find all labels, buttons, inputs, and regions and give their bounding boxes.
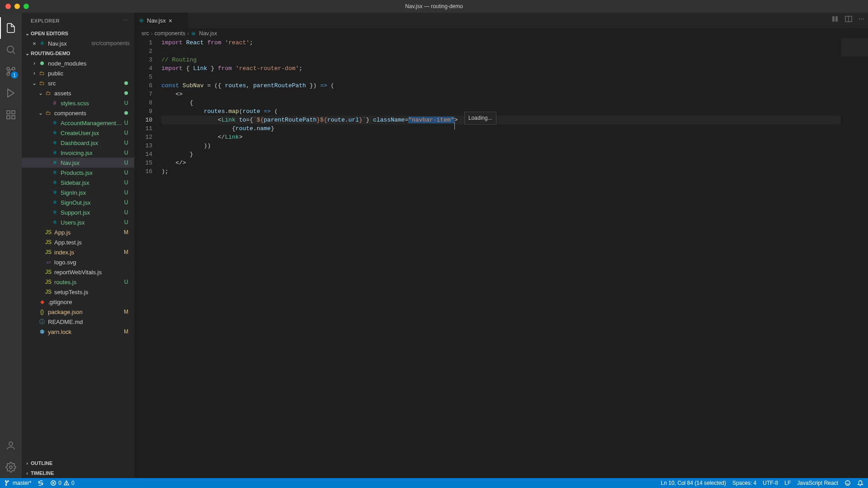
file-item[interactable]: JSApp.jsM xyxy=(22,227,134,237)
file-item[interactable]: ⚛AccountManagement.…U xyxy=(22,118,134,128)
file-item[interactable]: ⚛CreateUser.jsxU xyxy=(22,128,134,138)
file-item[interactable]: ◆.gitignore xyxy=(22,297,134,307)
file-item[interactable]: ⚛SignOut.jsxU xyxy=(22,197,134,207)
eol-status[interactable]: LF xyxy=(784,480,791,486)
file-item[interactable]: JSreportWebVitals.js xyxy=(22,267,134,277)
git-branch-status[interactable]: master* xyxy=(5,480,31,486)
explorer-more-icon[interactable]: ⋯ xyxy=(123,18,128,23)
svg-point-3 xyxy=(7,67,9,70)
file-item[interactable]: JSApp.test.js xyxy=(22,237,134,247)
chevron-down-icon: ⌄ xyxy=(24,31,31,37)
timeline-section[interactable]: › TIMELINE xyxy=(22,468,134,478)
breadcrumb-separator: › xyxy=(187,30,189,37)
file-item[interactable]: JSroutes.jsU xyxy=(22,277,134,287)
cursor-position-status[interactable]: Ln 10, Col 84 (14 selected) xyxy=(661,480,726,486)
code-line[interactable]: </> xyxy=(161,159,868,167)
code-line[interactable]: <> xyxy=(161,90,868,99)
file-item[interactable]: ⚛Support.jsxU xyxy=(22,207,134,217)
folder-item[interactable]: ⌄🗀components xyxy=(22,108,134,118)
breadcrumbs[interactable]: src › components › ⚛ Nav.jsx xyxy=(134,28,868,38)
chevron-right-icon: › xyxy=(31,70,38,76)
file-item[interactable]: ⚛Sidebar.jsxU xyxy=(22,178,134,188)
file-item[interactable]: {}package.jsonM xyxy=(22,307,134,317)
code-line[interactable]: // Routing xyxy=(161,56,868,64)
editor-tab[interactable]: ⚛ Nav.jsx × xyxy=(134,13,189,28)
git-status-badge: U xyxy=(123,140,130,146)
item-label: node_modules xyxy=(48,60,130,67)
file-item[interactable]: ⚛Dashboard.jsxU xyxy=(22,138,134,148)
file-item[interactable]: ⚛Products.jsxU xyxy=(22,168,134,178)
problems-status[interactable]: 0 0 xyxy=(50,480,74,486)
open-editor-path: src/components xyxy=(91,40,130,47)
code-line[interactable]: import { Link } from 'react-router-dom'; xyxy=(161,64,868,73)
file-item[interactable]: ⚛Nav.jsxU xyxy=(22,158,134,168)
file-icon: JS xyxy=(44,288,52,296)
git-status-badge: U xyxy=(123,169,130,176)
more-actions-icon[interactable]: ⋯ xyxy=(859,15,864,24)
code-line[interactable]: {route.name} xyxy=(161,124,868,133)
code-line[interactable]: { xyxy=(161,99,868,107)
debug-activity[interactable] xyxy=(0,82,22,104)
code-line[interactable]: ); xyxy=(161,167,868,176)
split-editor-icon[interactable] xyxy=(845,15,852,24)
file-item[interactable]: #styles.scssU xyxy=(22,98,134,108)
repo-section[interactable]: ⌄ ROUTING-DEMO xyxy=(22,48,134,58)
editor-area: ⚛ Nav.jsx × ⋯ src › components › ⚛ Nav.j… xyxy=(134,13,868,478)
file-item[interactable]: ⚛Users.jsxU xyxy=(22,217,134,227)
code-line[interactable]: </Link> xyxy=(161,133,868,141)
file-item[interactable]: ⚛SignIn.jsxU xyxy=(22,188,134,197)
scm-badge: 1 xyxy=(11,71,18,79)
sync-status[interactable] xyxy=(38,480,44,486)
compare-changes-icon[interactable] xyxy=(831,15,839,24)
line-number: 10 xyxy=(134,116,152,124)
line-number: 16 xyxy=(134,167,152,176)
breadcrumb-item[interactable]: components xyxy=(155,30,185,37)
minimap[interactable] xyxy=(841,38,868,478)
folder-item[interactable]: ›🗀public xyxy=(22,68,134,78)
code-editor[interactable]: 12345678910111213141516 import React fro… xyxy=(134,38,868,478)
minimize-window-button[interactable] xyxy=(14,4,20,9)
close-icon[interactable]: × xyxy=(31,40,38,47)
file-item[interactable]: ▱logo.svg xyxy=(22,257,134,267)
breadcrumb-item[interactable]: src xyxy=(142,30,149,37)
outline-section[interactable]: › OUTLINE xyxy=(22,458,134,468)
code-line[interactable]: routes.map(route => ( xyxy=(161,107,868,116)
code-content[interactable]: import React from 'react';// Routingimpo… xyxy=(161,38,868,478)
settings-activity[interactable] xyxy=(0,456,22,478)
close-tab-icon[interactable]: × xyxy=(169,17,172,24)
notifications-icon[interactable] xyxy=(857,480,863,486)
minimap-viewport[interactable] xyxy=(841,38,868,56)
code-line[interactable]: )) xyxy=(161,141,868,150)
open-editor-item[interactable]: × ⚛ Nav.jsx src/components xyxy=(22,38,134,48)
code-line[interactable]: const SubNav = ({ routes, parentRoutePat… xyxy=(161,81,868,90)
file-item[interactable]: JSindex.jsM xyxy=(22,247,134,257)
tab-label: Nav.jsx xyxy=(147,17,166,24)
accounts-activity[interactable] xyxy=(0,435,22,456)
file-item[interactable]: ⚛Invoicing.jsxU xyxy=(22,148,134,158)
code-line[interactable]: import React from 'react'; xyxy=(161,38,868,47)
feedback-icon[interactable] xyxy=(844,480,851,486)
search-activity[interactable] xyxy=(0,39,22,61)
scm-activity[interactable]: 1 xyxy=(0,61,22,82)
folder-item[interactable]: ⌄🗀assets xyxy=(22,88,134,98)
code-line[interactable] xyxy=(161,47,868,56)
folder-item[interactable]: ⌄🗀src xyxy=(22,78,134,88)
chevron-down-icon: ⌄ xyxy=(31,80,38,86)
language-mode-status[interactable]: JavaScript React xyxy=(797,480,838,486)
encoding-status[interactable]: UTF-8 xyxy=(763,480,778,486)
extensions-activity[interactable] xyxy=(0,104,22,126)
code-line[interactable]: <Link to={`${parentRoutePath}${route.url… xyxy=(161,116,868,124)
file-item[interactable]: ⬢yarn.lockM xyxy=(22,327,134,337)
indentation-status[interactable]: Spaces: 4 xyxy=(732,480,756,486)
open-editors-section[interactable]: ⌄ OPEN EDITORS xyxy=(22,28,134,38)
folder-item[interactable]: ›node_modules xyxy=(22,58,134,68)
file-item[interactable]: ⓘREADME.md xyxy=(22,317,134,327)
code-line[interactable]: } xyxy=(161,150,868,159)
breadcrumb-item[interactable]: Nav.jsx xyxy=(199,30,217,37)
maximize-window-button[interactable] xyxy=(24,4,29,9)
code-line[interactable] xyxy=(161,73,868,81)
file-item[interactable]: JSsetupTests.js xyxy=(22,287,134,297)
explorer-activity[interactable] xyxy=(0,17,22,39)
close-window-button[interactable] xyxy=(5,4,11,9)
item-label: public xyxy=(48,70,130,77)
